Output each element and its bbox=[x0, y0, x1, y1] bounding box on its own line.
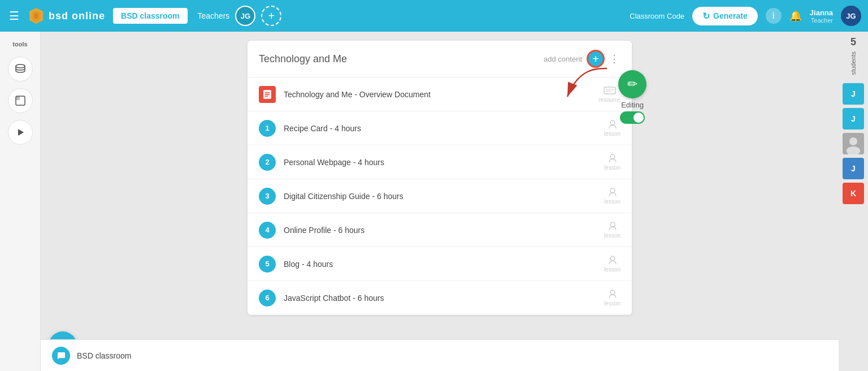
user-role: Teacher bbox=[811, 17, 833, 24]
lesson-2-name: Personal Webpage - 4 hours bbox=[284, 158, 384, 167]
play-icon bbox=[15, 127, 25, 137]
tool-layout-button[interactable] bbox=[8, 88, 33, 113]
hamburger-menu-icon[interactable]: ☰ bbox=[7, 7, 21, 25]
svg-rect-11 bbox=[604, 87, 615, 94]
lesson-left: 4 Online Profile - 6 hours bbox=[259, 222, 364, 239]
teachers-link[interactable]: Teachers bbox=[198, 11, 230, 20]
bell-icon[interactable]: 🔔 bbox=[789, 10, 802, 22]
svg-point-15 bbox=[610, 154, 615, 159]
lesson-3-name: Digital Citizenship Guide - 6 hours bbox=[284, 192, 403, 201]
course-header-actions: add content + ⋮ bbox=[544, 50, 620, 68]
lesson-left: Technology and Me - Overview Document bbox=[259, 86, 431, 103]
lesson-1-name: Recipe Card - 4 hours bbox=[284, 124, 361, 133]
student-avatar-0[interactable]: J bbox=[843, 83, 864, 105]
bottom-message-bar: BSD classroom bbox=[41, 339, 839, 371]
editing-label: Editing bbox=[621, 101, 644, 109]
tool-play-button[interactable] bbox=[8, 120, 33, 145]
lesson-right-4: lesson bbox=[604, 221, 620, 239]
editing-toggle[interactable] bbox=[620, 111, 645, 124]
lesson-icon-6 bbox=[606, 289, 619, 299]
lesson-type-5: lesson bbox=[604, 266, 620, 273]
lesson-right-5: lesson bbox=[604, 255, 620, 273]
main-layout: tools Technology and Me bbox=[0, 32, 868, 371]
student-count: 5 bbox=[850, 36, 856, 48]
svg-point-16 bbox=[610, 188, 615, 193]
lesson-row-2[interactable]: 2 Personal Webpage - 4 hours lesson bbox=[248, 145, 632, 179]
course-menu-button[interactable]: ⋮ bbox=[609, 53, 620, 65]
lesson-type-1: lesson bbox=[604, 131, 620, 137]
tools-label: tools bbox=[12, 41, 27, 48]
database-icon bbox=[15, 63, 26, 75]
lesson-icon-3 bbox=[606, 187, 619, 197]
editing-toggle-knob bbox=[633, 113, 644, 123]
course-header: Technology and Me add content + ⋮ bbox=[248, 41, 632, 77]
info-button[interactable]: i bbox=[766, 8, 782, 24]
content-area: Technology and Me add content + ⋮ bbox=[41, 32, 839, 371]
lesson-5-name: Blog - 4 hours bbox=[284, 260, 333, 269]
lesson-overview-name: Technology and Me - Overview Document bbox=[284, 90, 431, 99]
lesson-icon-4 bbox=[606, 221, 619, 231]
lesson-left: 1 Recipe Card - 4 hours bbox=[259, 120, 361, 137]
lesson-badge-5: 5 bbox=[259, 256, 276, 273]
lesson-doc-icon bbox=[259, 86, 276, 103]
bottom-msg-text: BSD classroom bbox=[77, 351, 131, 360]
student-photo-icon bbox=[843, 133, 864, 154]
top-navigation: ☰ bsd online BSD classroom Teachers JG +… bbox=[0, 0, 868, 32]
lesson-row-overview[interactable]: Technology and Me - Overview Document re… bbox=[248, 77, 632, 111]
bsd-logo-icon bbox=[27, 7, 45, 25]
lesson-badge-6: 6 bbox=[259, 290, 276, 307]
lesson-right-2: lesson bbox=[604, 153, 620, 171]
svg-marker-6 bbox=[18, 129, 24, 136]
svg-point-14 bbox=[610, 120, 615, 125]
lesson-row-1[interactable]: 1 Recipe Card - 4 hours lesson bbox=[248, 111, 632, 145]
svg-point-3 bbox=[16, 64, 25, 68]
student-avatar-2[interactable] bbox=[843, 133, 864, 154]
add-content-plus-button[interactable]: + bbox=[587, 50, 605, 68]
resource-type-label: resource bbox=[598, 97, 620, 103]
user-avatar-jg[interactable]: JG bbox=[235, 6, 255, 26]
refresh-icon: ↻ bbox=[702, 11, 710, 21]
editing-popup: ✏ Editing bbox=[618, 70, 646, 124]
editing-circle-icon: ✏ bbox=[618, 70, 646, 98]
lesson-icon-2 bbox=[606, 153, 619, 163]
svg-point-22 bbox=[849, 137, 857, 145]
lesson-left: 5 Blog - 4 hours bbox=[259, 256, 333, 273]
user-avatar-top[interactable]: JG bbox=[841, 6, 861, 26]
generate-button[interactable]: ↻ Generate bbox=[692, 7, 758, 25]
lesson-badge-2: 2 bbox=[259, 154, 276, 171]
lesson-row-5[interactable]: 5 Blog - 4 hours lesson bbox=[248, 247, 632, 281]
lesson-icon-1 bbox=[606, 119, 619, 130]
lesson-row-4[interactable]: 4 Online Profile - 6 hours lesson bbox=[248, 213, 632, 247]
lesson-right: resource bbox=[598, 85, 620, 103]
lesson-type-4: lesson bbox=[604, 232, 620, 239]
svg-point-19 bbox=[610, 290, 615, 295]
lesson-type-3: lesson bbox=[604, 199, 620, 205]
add-class-button[interactable]: + bbox=[261, 6, 281, 26]
brand-text: bsd online bbox=[49, 10, 105, 22]
resource-icon bbox=[604, 85, 616, 96]
lesson-type-2: lesson bbox=[604, 165, 620, 171]
lesson-badge-3: 3 bbox=[259, 188, 276, 205]
add-content-label: add content bbox=[544, 55, 582, 63]
lesson-4-name: Online Profile - 6 hours bbox=[284, 226, 364, 235]
lesson-row-3[interactable]: 3 Digital Citizenship Guide - 6 hours le… bbox=[248, 179, 632, 213]
bottom-msg-icon bbox=[52, 347, 70, 365]
user-info: Jianna Teacher bbox=[810, 8, 833, 24]
app-name: BSD classroom bbox=[113, 8, 187, 24]
student-avatar-1[interactable]: J bbox=[843, 108, 864, 130]
tool-database-button[interactable] bbox=[8, 57, 33, 81]
pdf-icon bbox=[262, 89, 272, 100]
svg-point-18 bbox=[610, 256, 615, 261]
lesson-right-3: lesson bbox=[604, 187, 620, 205]
student-avatar-3[interactable]: J bbox=[843, 158, 864, 179]
lesson-badge-4: 4 bbox=[259, 222, 276, 239]
editing-pencil-icon: ✏ bbox=[627, 77, 637, 92]
lesson-row-6[interactable]: 6 JavaScript Chatbot - 6 hours lesson bbox=[248, 281, 632, 315]
lesson-type-6: lesson bbox=[604, 300, 620, 307]
logo: bsd online bbox=[27, 7, 105, 25]
classroom-code-label: Classroom Code bbox=[630, 12, 684, 20]
student-avatar-4[interactable]: K bbox=[843, 183, 864, 204]
lesson-left: 3 Digital Citizenship Guide - 6 hours bbox=[259, 188, 403, 205]
user-name: Jianna bbox=[810, 8, 833, 17]
layout-icon bbox=[15, 95, 26, 106]
